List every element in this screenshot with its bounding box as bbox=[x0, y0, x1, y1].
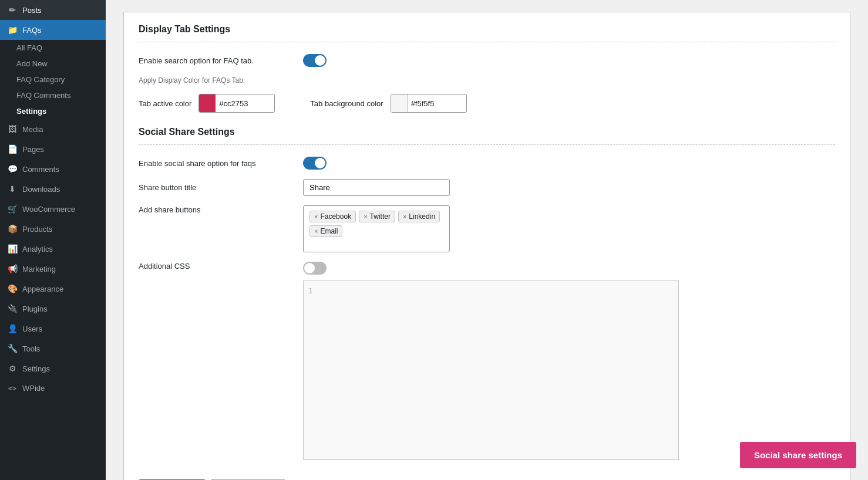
submenu-item-add-new[interactable]: Add New bbox=[0, 56, 106, 72]
social-share-toggle-label: Enable social share option for faqs bbox=[139, 159, 303, 168]
marketing-icon: 📢 bbox=[7, 264, 18, 273]
toggle-slider-3 bbox=[303, 262, 327, 275]
tag-label: Email bbox=[320, 227, 338, 235]
sidebar-item-wpide[interactable]: <> WPide bbox=[0, 378, 106, 398]
code-line-numbers: 1 bbox=[308, 286, 312, 455]
sidebar-item-label: Tools bbox=[22, 344, 40, 353]
sidebar-item-label: Users bbox=[22, 324, 42, 333]
sidebar-item-comments[interactable]: 💬 Comments bbox=[0, 159, 106, 179]
sidebar-item-label: Appearance bbox=[22, 285, 63, 293]
downloads-icon: ⬇ bbox=[7, 184, 18, 194]
additional-css-label: Additional CSS bbox=[139, 262, 303, 271]
additional-css-toggle[interactable] bbox=[303, 262, 327, 275]
sidebar: ✏ Posts 📁 FAQs All FAQ Add New FAQ Categ… bbox=[0, 0, 106, 480]
tag-twitter-remove[interactable]: × bbox=[364, 213, 367, 220]
submenu-item-all-faq[interactable]: All FAQ bbox=[0, 40, 106, 56]
sidebar-item-downloads[interactable]: ⬇ Downloads bbox=[0, 179, 106, 199]
tools-icon: 🔧 bbox=[7, 344, 18, 353]
sidebar-item-analytics[interactable]: 📊 Analytics bbox=[0, 239, 106, 259]
woocommerce-icon: 🛒 bbox=[7, 204, 18, 214]
sidebar-item-products[interactable]: 📦 Products bbox=[0, 219, 106, 239]
toggle-slider-2 bbox=[303, 157, 327, 170]
sidebar-item-label: Comments bbox=[22, 165, 59, 174]
sidebar-item-label: WPide bbox=[22, 384, 45, 393]
tab-active-color-text[interactable] bbox=[216, 97, 274, 110]
social-share-toggle[interactable] bbox=[303, 157, 327, 170]
tab-active-color-field: Tab active color bbox=[139, 94, 275, 113]
submenu-label: FAQ Comments bbox=[16, 91, 70, 100]
media-icon: 🖼 bbox=[7, 124, 18, 134]
search-toggle-label: Enable search option for FAQ tab. bbox=[139, 56, 303, 65]
submenu-item-settings[interactable]: Settings bbox=[0, 103, 106, 119]
products-icon: 📦 bbox=[7, 224, 18, 234]
sidebar-item-label: Downloads bbox=[22, 185, 60, 194]
toggle-slider bbox=[303, 54, 327, 67]
sidebar-item-tools[interactable]: 🔧 Tools bbox=[0, 339, 106, 359]
submenu-label: Settings bbox=[16, 107, 46, 116]
sidebar-item-pages[interactable]: 📄 Pages bbox=[0, 139, 106, 159]
tag-email-remove[interactable]: × bbox=[314, 228, 318, 235]
posts-icon: ✏ bbox=[7, 5, 18, 15]
share-button-title-label: Share button title bbox=[139, 183, 303, 192]
code-textarea[interactable] bbox=[319, 286, 674, 455]
submenu-item-faq-comments[interactable]: FAQ Comments bbox=[0, 87, 106, 103]
sidebar-item-label: Plugins bbox=[22, 305, 48, 313]
tab-bg-color-input-wrap bbox=[391, 94, 467, 113]
tag-label: Facebook bbox=[320, 212, 351, 221]
sidebar-item-media[interactable]: 🖼 Media bbox=[0, 119, 106, 139]
sidebar-item-marketing[interactable]: 📢 Marketing bbox=[0, 259, 106, 279]
tag-linkedin: × Linkedin bbox=[398, 211, 440, 222]
additional-css-controls: 1 bbox=[303, 262, 679, 460]
sidebar-item-label: Posts bbox=[22, 6, 42, 15]
main-content: Display Tab Settings Enable search optio… bbox=[106, 0, 868, 480]
search-toggle[interactable] bbox=[303, 54, 327, 67]
sidebar-item-appearance[interactable]: 🎨 Appearance bbox=[0, 279, 106, 299]
sidebar-item-label: FAQs bbox=[22, 26, 42, 35]
tag-label: Linkedin bbox=[409, 212, 435, 221]
float-social-share-button[interactable]: Social share settings bbox=[740, 442, 856, 468]
sidebar-item-label: Analytics bbox=[22, 245, 53, 253]
display-tab-section: Display Tab Settings Enable search optio… bbox=[139, 24, 835, 113]
tag-input-box[interactable]: × Facebook × Twitter × Linkedin × Email bbox=[303, 205, 450, 252]
social-share-title: Social Share Settings bbox=[139, 127, 835, 137]
faqs-submenu: All FAQ Add New FAQ Category FAQ Comment… bbox=[0, 40, 106, 119]
tab-active-color-label: Tab active color bbox=[139, 99, 191, 108]
sidebar-item-faqs[interactable]: 📁 FAQs bbox=[0, 20, 106, 40]
sidebar-item-woocommerce[interactable]: 🛒 WooCommerce bbox=[0, 199, 106, 219]
tag-twitter: × Twitter bbox=[359, 211, 395, 222]
sidebar-item-label: Settings bbox=[22, 364, 50, 373]
sidebar-item-settings[interactable]: ⚙ Settings bbox=[0, 359, 106, 378]
display-tab-title: Display Tab Settings bbox=[139, 24, 835, 35]
appearance-icon: 🎨 bbox=[7, 284, 18, 293]
color-row: Tab active color Tab background color bbox=[139, 94, 835, 113]
tag-email: × Email bbox=[309, 225, 342, 237]
add-share-buttons-row: Add share buttons × Facebook × Twitter ×… bbox=[139, 205, 835, 252]
tab-bg-color-swatch[interactable] bbox=[391, 94, 408, 112]
submenu-item-faq-category[interactable]: FAQ Category bbox=[0, 72, 106, 87]
share-button-title-row: Share button title bbox=[139, 179, 835, 196]
sidebar-item-label: Marketing bbox=[22, 265, 56, 273]
faqs-icon: 📁 bbox=[7, 25, 18, 35]
section-divider-2 bbox=[139, 144, 835, 145]
tag-linkedin-remove[interactable]: × bbox=[403, 213, 406, 220]
sidebar-item-label: WooCommerce bbox=[22, 205, 75, 214]
apply-display-note: Apply Display Color for FAQs Tab. bbox=[139, 76, 835, 84]
sidebar-item-label: Pages bbox=[22, 145, 44, 154]
sidebar-item-plugins[interactable]: 🔌 Plugins bbox=[0, 299, 106, 319]
social-share-toggle-row: Enable social share option for faqs bbox=[139, 157, 835, 170]
footer-bar: Save changes Reset to default bbox=[139, 469, 835, 480]
sidebar-item-users[interactable]: 👤 Users bbox=[0, 319, 106, 339]
plugins-icon: 🔌 bbox=[7, 304, 18, 313]
settings-form: Display Tab Settings Enable search optio… bbox=[123, 12, 850, 480]
tag-facebook-remove[interactable]: × bbox=[314, 213, 318, 220]
pages-icon: 📄 bbox=[7, 144, 18, 154]
tag-facebook: × Facebook bbox=[309, 211, 356, 222]
code-editor: 1 bbox=[303, 280, 679, 460]
additional-css-row: Additional CSS 1 bbox=[139, 262, 835, 460]
tab-active-color-swatch[interactable] bbox=[199, 94, 216, 112]
tab-bg-color-text[interactable] bbox=[408, 97, 466, 110]
share-button-title-input[interactable] bbox=[303, 179, 450, 196]
tab-bg-color-field: Tab background color bbox=[310, 94, 466, 113]
sidebar-item-posts[interactable]: ✏ Posts bbox=[0, 0, 106, 20]
tab-bg-color-label: Tab background color bbox=[310, 99, 383, 108]
